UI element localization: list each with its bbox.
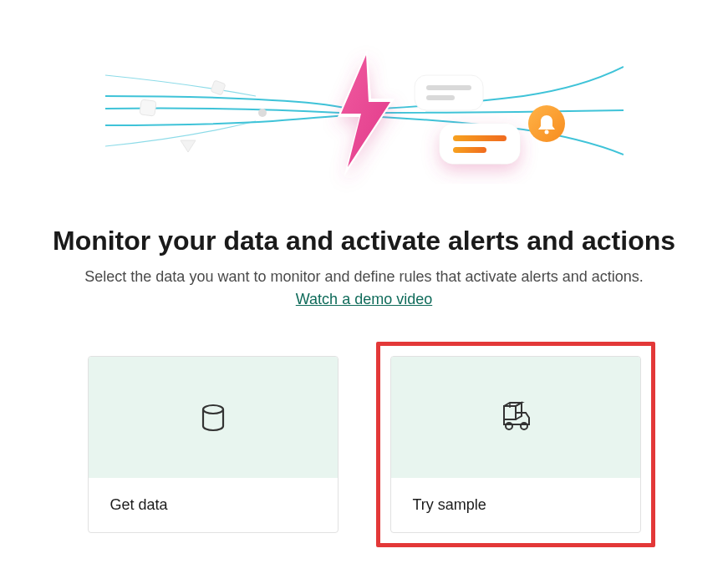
svg-point-11 [544, 130, 548, 135]
cards-row: Get data [74, 342, 655, 547]
bell-icon [528, 105, 565, 142]
try-sample-card[interactable]: Try sample [390, 356, 641, 533]
svg-rect-7 [440, 124, 520, 164]
page-subheading: Select the data you want to monitor and … [84, 268, 643, 286]
database-icon [193, 398, 233, 438]
watch-demo-link[interactable]: Watch a demo video [296, 291, 432, 308]
hero-illustration [105, 17, 624, 201]
highlight-frame: Try sample [376, 342, 655, 547]
svg-rect-8 [453, 135, 507, 141]
chat-lines-icon [415, 75, 483, 110]
svg-rect-1 [211, 80, 226, 95]
svg-point-2 [258, 109, 267, 117]
svg-rect-0 [139, 99, 155, 116]
svg-rect-3 [415, 75, 483, 110]
svg-rect-4 [426, 85, 471, 90]
svg-rect-9 [453, 147, 486, 153]
get-data-card[interactable]: Get data [88, 356, 339, 533]
page-heading: Monitor your data and activate alerts an… [53, 226, 675, 256]
get-data-label: Get data [110, 496, 168, 513]
try-sample-label: Try sample [413, 496, 486, 513]
svg-point-12 [203, 405, 223, 414]
delivery-truck-icon [496, 398, 536, 438]
svg-rect-5 [426, 95, 455, 100]
